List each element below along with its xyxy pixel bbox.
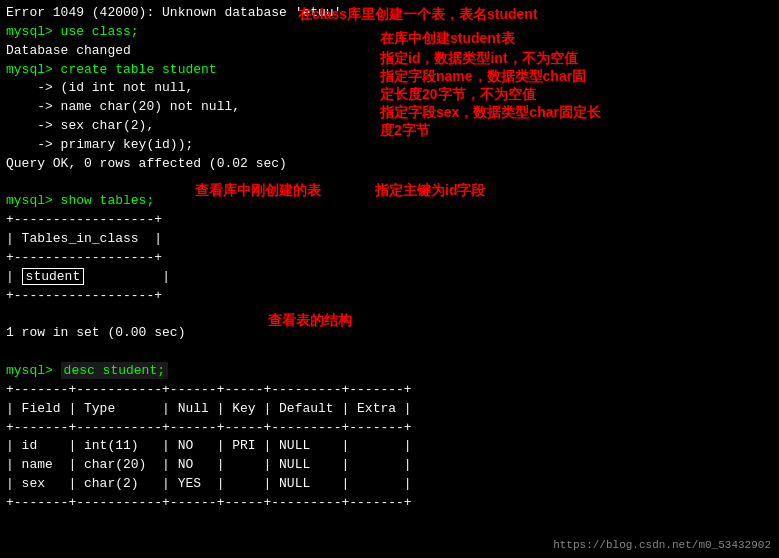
line-blank2	[6, 306, 773, 325]
line-desc-border2: +-------+-----------+------+-----+------…	[6, 419, 773, 438]
line-use-class: mysql> use class;	[6, 23, 773, 42]
line-1row: 1 row in set (0.00 sec)	[6, 324, 773, 343]
url-text: https://blog.csdn.net/m0_53432902	[553, 539, 771, 551]
line-desc-id: | id | int(11) | NO | PRI | NULL | |	[6, 437, 773, 456]
line-create-table: mysql> create table student	[6, 61, 773, 80]
line-col-sex: -> sex char(2),	[6, 117, 773, 136]
bottom-bar: https://blog.csdn.net/m0_53432902	[0, 532, 779, 558]
line-blank4	[6, 513, 773, 532]
line-desc-border3: +-------+-----------+------+-----+------…	[6, 494, 773, 513]
line-tables-header: | Tables_in_class |	[6, 230, 773, 249]
line-desc-sex: | sex | char(2) | YES | | NULL | |	[6, 475, 773, 494]
line-col-name: -> name char(20) not null,	[6, 98, 773, 117]
line-query-ok: Query OK, 0 rows affected (0.02 sec)	[6, 155, 773, 174]
line-student-row: | student |	[6, 268, 773, 287]
line-error: Error 1049 (42000): Unknown database 'et…	[6, 4, 773, 23]
line-desc-student: mysql> desc student;	[6, 362, 773, 381]
line-db-changed: Database changed	[6, 42, 773, 61]
line-blank3	[6, 343, 773, 362]
line-blank1	[6, 174, 773, 193]
line-col-id: -> (id int not null,	[6, 79, 773, 98]
line-show-tables: mysql> show tables;	[6, 192, 773, 211]
line-primary-key: -> primary key(id));	[6, 136, 773, 155]
line-border3: +------------------+	[6, 287, 773, 306]
student-value: student	[22, 268, 85, 285]
terminal: Error 1049 (42000): Unknown database 'et…	[0, 0, 779, 558]
line-desc-border1: +-------+-----------+------+-----+------…	[6, 381, 773, 400]
line-desc-name: | name | char(20) | NO | | NULL | |	[6, 456, 773, 475]
line-desc-header: | Field | Type | Null | Key | Default | …	[6, 400, 773, 419]
line-border2: +------------------+	[6, 249, 773, 268]
line-border1: +------------------+	[6, 211, 773, 230]
